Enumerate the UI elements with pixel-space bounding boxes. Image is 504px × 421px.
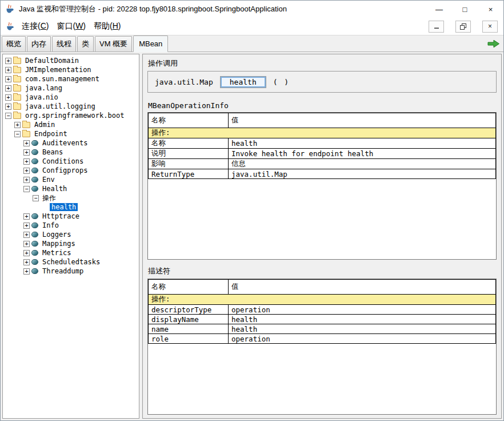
tree-item-label[interactable]: org.springframework.boot <box>23 112 126 120</box>
mdi-close-button[interactable]: × <box>482 21 498 33</box>
tree-item-label[interactable]: Httptrace <box>41 212 81 220</box>
tree-item[interactable]: health <box>3 202 139 212</box>
tree-item[interactable]: + Admin <box>3 120 139 129</box>
close-button[interactable]: × <box>478 1 503 18</box>
tree-item[interactable]: + Configprops <box>3 166 139 175</box>
tree-toggle-icon[interactable]: + <box>23 259 30 265</box>
tree-item[interactable]: + DefaultDomain <box>3 56 139 65</box>
tab-classes[interactable]: 类 <box>77 36 94 51</box>
tree-item-label[interactable]: DefaultDomain <box>23 57 81 65</box>
tree-toggle-icon[interactable]: + <box>14 122 21 128</box>
tab-memory[interactable]: 内存 <box>27 36 51 51</box>
tree-item-label[interactable]: Loggers <box>41 231 73 239</box>
tree-item[interactable]: + Loggers <box>3 230 139 239</box>
tree-toggle-icon[interactable]: − <box>23 186 30 192</box>
tree-item[interactable]: + java.util.logging <box>3 102 139 111</box>
tree-item[interactable]: + Info <box>3 221 139 230</box>
column-header-name: 名称 <box>149 280 229 295</box>
tree-item-label[interactable]: Beans <box>41 148 65 156</box>
menu-window[interactable]: 窗口(W) <box>53 19 90 33</box>
tree-toggle-icon[interactable]: − <box>5 113 11 119</box>
tab-vm-summary[interactable]: VM 概要 <box>95 36 132 51</box>
tree-toggle-icon[interactable]: + <box>5 85 11 92</box>
tree-item[interactable]: + Httptrace <box>3 212 139 221</box>
tree-item-label[interactable]: Endpoint <box>33 130 69 138</box>
table-row[interactable]: roleoperation <box>149 334 496 344</box>
mdi-minimize-button[interactable] <box>429 21 444 33</box>
tree-item[interactable]: + java.nio <box>3 93 139 102</box>
close-icon: × <box>488 23 492 30</box>
tree-item-label[interactable]: Conditions <box>41 157 85 165</box>
tree-toggle-icon[interactable]: + <box>23 223 30 229</box>
tree-item[interactable]: − Health <box>3 184 139 193</box>
table-row[interactable]: namehealth <box>149 324 496 334</box>
tree-item-label[interactable]: Auditevents <box>41 139 89 147</box>
tab-threads[interactable]: 线程 <box>52 36 76 51</box>
tree-item[interactable]: + Threaddump <box>3 267 139 276</box>
tree-toggle-icon[interactable]: + <box>23 140 30 146</box>
tree-item-label[interactable]: com.sun.management <box>23 75 101 83</box>
tree-toggle-icon[interactable]: + <box>23 158 30 165</box>
mdi-restore-button[interactable] <box>455 21 471 33</box>
tree-item[interactable]: + java.lang <box>3 84 139 93</box>
tree-item-label[interactable]: Scheduledtasks <box>41 258 102 266</box>
menu-help[interactable]: 帮助(H) <box>90 19 125 33</box>
tree-item-label[interactable]: Threaddump <box>41 267 85 275</box>
tree-toggle-icon[interactable]: + <box>23 149 30 156</box>
tree-toggle-icon[interactable]: + <box>23 168 30 174</box>
tree-item[interactable]: + Scheduledtasks <box>3 257 139 267</box>
tree-item-label[interactable]: Health <box>41 185 69 193</box>
table-section-row[interactable]: 操作: <box>149 128 496 138</box>
tree-item-label[interactable]: java.util.logging <box>23 102 97 110</box>
table-section-row[interactable]: 操作: <box>149 295 496 305</box>
tree-item-label[interactable]: Admin <box>33 121 57 129</box>
tree-item[interactable]: + Auditevents <box>3 138 139 148</box>
maximize-button[interactable]: □ <box>452 1 478 18</box>
tree-item[interactable]: + JMImplementation <box>3 65 139 74</box>
tree-toggle-icon[interactable]: − <box>14 131 21 137</box>
tree-item-label[interactable]: health <box>50 203 78 211</box>
tree-item-label[interactable]: Mappings <box>41 240 77 248</box>
tree-item-label[interactable]: JMImplementation <box>23 66 93 74</box>
menu-connection[interactable]: 连接(C) <box>18 19 53 33</box>
tree-item[interactable]: + Mappings <box>3 239 139 248</box>
table-row[interactable]: ReturnTypejava.util.Map <box>149 169 496 179</box>
tree-item[interactable]: − Endpoint <box>3 129 139 138</box>
tree-toggle-icon[interactable]: + <box>5 76 11 82</box>
tree-toggle-icon[interactable]: + <box>23 250 30 256</box>
tree-toggle-icon[interactable]: + <box>23 177 30 183</box>
tree-item-label[interactable]: java.nio <box>23 93 60 101</box>
tree-item[interactable]: + Metrics <box>3 248 139 257</box>
tree-item-label[interactable]: java.lang <box>23 84 64 92</box>
tree-item-label[interactable]: Info <box>41 221 61 229</box>
tree-item[interactable]: − 操作 <box>3 193 139 202</box>
table-row[interactable]: 名称health <box>149 138 496 149</box>
tree-toggle-icon[interactable]: + <box>5 104 11 110</box>
tree-item[interactable]: + com.sun.management <box>3 74 139 84</box>
tree-toggle-icon[interactable]: + <box>23 268 30 275</box>
tree-item[interactable]: − org.springframework.boot <box>3 111 139 120</box>
tree-item[interactable]: + Beans <box>3 148 139 157</box>
tree-item-label[interactable]: 操作 <box>41 193 58 203</box>
folder-icon <box>13 104 21 110</box>
tree-toggle-icon[interactable]: + <box>5 67 11 73</box>
tree-toggle-icon[interactable]: + <box>23 213 30 220</box>
tree-item-label[interactable]: Env <box>41 176 57 184</box>
tree-toggle-icon[interactable]: + <box>23 241 30 247</box>
tree-item-label[interactable]: Metrics <box>41 249 73 257</box>
table-row[interactable]: displayNamehealth <box>149 315 496 324</box>
tree-toggle-icon[interactable]: + <box>5 58 11 64</box>
minimize-button[interactable]: — <box>426 1 452 18</box>
tree-toggle-icon[interactable]: − <box>33 195 39 201</box>
tree-toggle-icon[interactable]: + <box>5 94 11 101</box>
health-operation-button[interactable]: health <box>220 76 266 88</box>
tree-toggle-icon[interactable]: + <box>23 232 30 238</box>
table-row[interactable]: 说明Invoke health for endpoint health <box>149 149 496 159</box>
table-row[interactable]: 影响信息 <box>149 159 496 169</box>
tab-overview[interactable]: 概览 <box>2 36 26 51</box>
tree-item[interactable]: + Env <box>3 175 139 184</box>
tree-item-label[interactable]: Configprops <box>41 166 89 174</box>
tab-mbean[interactable]: MBean <box>133 35 168 52</box>
table-row[interactable]: descriptorTypeoperation <box>149 305 496 315</box>
tree-item[interactable]: + Conditions <box>3 157 139 166</box>
